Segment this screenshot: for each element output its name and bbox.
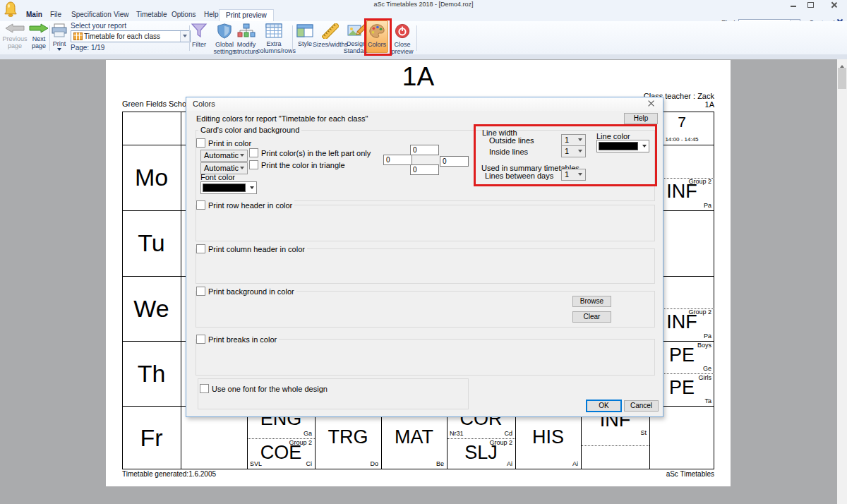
extra-columns-rows-button[interactable]: Extra columns/rows bbox=[257, 23, 291, 54]
chevron-down-icon bbox=[578, 138, 582, 143]
clear-button[interactable]: Clear bbox=[572, 311, 611, 323]
dialog-close-button[interactable] bbox=[649, 100, 656, 107]
report-icon bbox=[73, 32, 83, 42]
print-in-color-row: Print in color bbox=[196, 138, 253, 148]
grid-line bbox=[181, 112, 181, 469]
cancel-button[interactable]: Cancel bbox=[624, 400, 659, 412]
filter-label: Filter bbox=[192, 41, 206, 48]
close-preview-label: Close preview bbox=[390, 41, 415, 55]
color-mode-combobox-1[interactable]: Automatic bbox=[200, 150, 248, 162]
print-in-color-checkbox[interactable] bbox=[196, 138, 205, 148]
font-color-dropdown[interactable] bbox=[200, 181, 257, 194]
line-color-dropdown[interactable] bbox=[596, 140, 649, 152]
left-part-only-checkbox[interactable] bbox=[249, 148, 258, 157]
printer-icon bbox=[50, 23, 68, 40]
sizes-widths-button[interactable]: Sizes/widths bbox=[315, 23, 346, 48]
browse-button[interactable]: Browse bbox=[572, 296, 611, 307]
outside-lines-value: 1 bbox=[565, 136, 569, 144]
colors-label: Colors bbox=[368, 41, 386, 48]
color-swatch bbox=[599, 142, 638, 150]
color-mode-value-1: Automatic bbox=[204, 151, 239, 160]
style-label: Style bbox=[298, 40, 312, 47]
minimize-button[interactable] bbox=[791, 2, 803, 8]
page-title: 1A bbox=[122, 62, 714, 92]
column-header-label: Print column header in color bbox=[208, 245, 305, 253]
filter-button[interactable]: Filter bbox=[186, 23, 212, 48]
background-checkbox[interactable] bbox=[196, 287, 205, 296]
org-chart-icon bbox=[237, 23, 256, 40]
tab-file[interactable]: File bbox=[44, 9, 68, 20]
card-teacher: Be bbox=[381, 460, 444, 467]
margin-left-input[interactable] bbox=[383, 155, 412, 165]
day-label-we: We bbox=[122, 295, 181, 323]
print-button[interactable]: Print bbox=[48, 23, 71, 53]
inside-lines-label: Inside lines bbox=[489, 148, 528, 156]
next-page-button[interactable]: Next page bbox=[27, 23, 51, 49]
palette-icon bbox=[368, 23, 385, 40]
previous-page-label: Previous page bbox=[2, 35, 28, 49]
chevron-down-icon bbox=[250, 186, 254, 191]
print-in-color-label: Print in color bbox=[208, 139, 251, 148]
design-standard-button[interactable]: Design Standard bbox=[344, 23, 369, 54]
chevron-down-icon bbox=[240, 167, 244, 172]
help-button[interactable]: Help bbox=[624, 113, 658, 124]
separator bbox=[292, 25, 293, 51]
column-header-checkbox[interactable] bbox=[196, 244, 205, 253]
close-icon bbox=[831, 2, 837, 8]
colors-dialog: Colors Editing colors for report "Timeta… bbox=[186, 97, 663, 417]
close-preview-button[interactable]: Close preview bbox=[390, 23, 415, 55]
select-report-label: Select your report bbox=[71, 22, 126, 30]
scrollbar-thumb[interactable] bbox=[838, 68, 846, 89]
inside-lines-value: 1 bbox=[565, 147, 569, 155]
dialog-title: Colors bbox=[193, 100, 215, 108]
background-label: Print background in color bbox=[208, 287, 294, 296]
row-header-checkbox[interactable] bbox=[196, 200, 205, 210]
one-font-checkbox[interactable] bbox=[200, 384, 209, 393]
card-teacher: Ga bbox=[247, 430, 312, 437]
card-teacher: Do bbox=[315, 460, 378, 467]
card-teacher: Cd bbox=[447, 430, 512, 437]
extra-columns-rows-label: Extra columns/rows bbox=[257, 40, 291, 54]
maximize-icon bbox=[807, 2, 814, 8]
one-font-group bbox=[198, 378, 469, 409]
chevron-down-icon bbox=[578, 173, 582, 178]
margin-top-input[interactable] bbox=[410, 145, 439, 155]
card-divider bbox=[582, 445, 649, 446]
filter-funnel-icon bbox=[191, 23, 208, 40]
dialog-title-bar[interactable]: Colors bbox=[186, 97, 663, 111]
margin-right-input[interactable] bbox=[440, 156, 469, 167]
tab-options[interactable]: Options bbox=[165, 9, 202, 20]
card-subject: MAT bbox=[381, 426, 447, 448]
print-label: Print bbox=[53, 40, 66, 47]
footer-brand: aSc Timetables bbox=[494, 470, 714, 478]
report-combobox-value: Timetable for each class bbox=[84, 32, 160, 40]
report-combobox[interactable]: Timetable for each class bbox=[71, 30, 191, 42]
row-header-group bbox=[196, 205, 655, 241]
inside-lines-combobox[interactable]: 1 bbox=[561, 145, 586, 157]
app-logo-bell-icon bbox=[2, 1, 19, 20]
chevron-down-icon bbox=[642, 145, 647, 150]
triangle-checkbox[interactable] bbox=[249, 160, 258, 169]
maximize-button[interactable] bbox=[807, 2, 820, 8]
colors-button[interactable]: Colors bbox=[366, 23, 388, 48]
previous-page-button[interactable]: Previous page bbox=[1, 23, 28, 49]
outside-lines-combobox[interactable]: 1 bbox=[561, 134, 586, 146]
power-icon bbox=[395, 23, 410, 40]
outside-lines-label: Outside lines bbox=[489, 136, 534, 145]
card-color-group-label: Card's color and background bbox=[198, 126, 301, 134]
close-button[interactable] bbox=[831, 2, 844, 8]
breaks-label: Print breaks in color bbox=[208, 335, 277, 344]
vertical-scrollbar[interactable] bbox=[837, 59, 847, 504]
ok-button[interactable]: OK bbox=[586, 400, 622, 412]
modify-structure-button[interactable]: Modify structure bbox=[234, 23, 259, 55]
margin-bottom-input[interactable] bbox=[410, 164, 439, 175]
one-font-row: Use one font for the whole design bbox=[200, 384, 330, 393]
color-mode-value-2: Automatic bbox=[204, 164, 239, 172]
day-label-mo: Mo bbox=[122, 164, 181, 191]
breaks-checkbox[interactable] bbox=[196, 335, 205, 344]
design-picture-pencil-icon bbox=[347, 23, 366, 40]
tab-print-preview[interactable]: Print preview bbox=[219, 9, 274, 21]
menu-bar: Main File Specification View Timetable O… bbox=[0, 9, 847, 22]
between-days-combobox[interactable]: 1 bbox=[561, 169, 586, 181]
triangle-label: Print the color in triangle bbox=[261, 161, 345, 169]
